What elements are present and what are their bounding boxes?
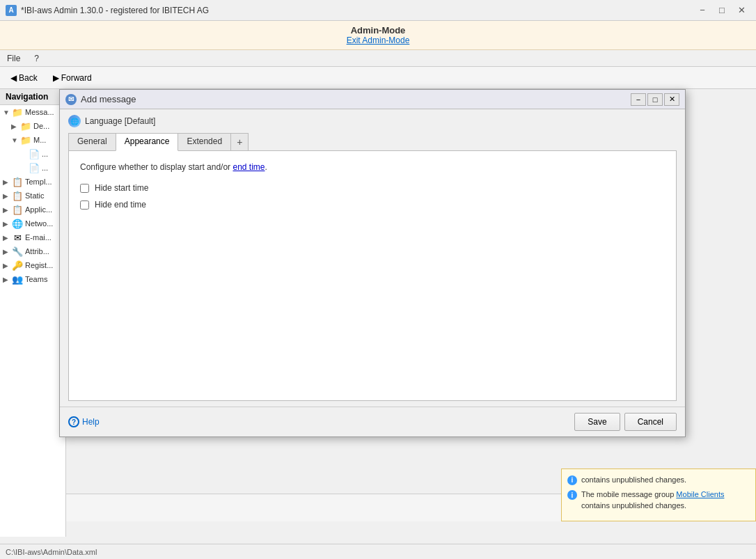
expand-icon: ▶: [3, 276, 10, 283]
notification-text-1: contains unpublished changes.: [581, 475, 686, 485]
language-icon: 🌐: [68, 115, 81, 127]
save-button[interactable]: Save: [574, 413, 620, 431]
dialog-close-button[interactable]: ✕: [664, 93, 679, 106]
forward-button[interactable]: ▶ Forward: [47, 70, 98, 86]
sidebar-item-label: De...: [33, 122, 49, 130]
tab-extended[interactable]: Extended: [178, 133, 231, 151]
mobile-clients-link[interactable]: Mobile Clients: [676, 490, 724, 498]
sidebar-item-label: Messa...: [25, 108, 54, 116]
sidebar-item-label: Templ...: [25, 178, 52, 186]
sidebar-item-registry[interactable]: ▶ 🔑 Regist...: [0, 258, 65, 272]
messages-icon: 📁: [12, 107, 23, 118]
close-window-button[interactable]: ✕: [732, 3, 750, 17]
window-title: *IBI-aws Admin 1.30.0 - registered for I…: [21, 6, 209, 15]
menu-file[interactable]: File: [4, 52, 23, 65]
item-icon: 📄: [29, 148, 40, 159]
help-label: Help: [82, 417, 100, 427]
dialog-body: 🌐 Language [Default] General Appearance …: [60, 109, 685, 407]
dialog-maximize-button[interactable]: □: [647, 93, 663, 106]
cancel-button[interactable]: Cancel: [624, 413, 677, 431]
network-icon: 🌐: [12, 218, 23, 229]
dialog-minimize-button[interactable]: −: [631, 93, 646, 106]
expand-icon: ▶: [3, 262, 10, 269]
language-row: 🌐 Language [Default]: [68, 115, 677, 127]
content-area: ✉ Add message − □ ✕ 🌐 Language [Default]: [66, 89, 756, 537]
help-icon: ?: [68, 416, 79, 427]
folder-icon: 📁: [20, 134, 31, 145]
notification-item-1: i contains unpublished changes.: [567, 475, 750, 485]
dialog-controls: − □ ✕: [631, 93, 679, 106]
minimize-button[interactable]: −: [693, 3, 711, 17]
sidebar-item-m[interactable]: ▼ 📁 M...: [0, 133, 65, 147]
help-link[interactable]: ? Help: [68, 416, 100, 427]
notification-icon: i: [567, 475, 577, 485]
tab-general[interactable]: General: [68, 133, 116, 151]
status-bar: C:\IBI-aws\Admin\Data.xml: [0, 544, 756, 559]
expand-icon: ▼: [11, 136, 18, 144]
back-button[interactable]: ◀ Back: [4, 70, 44, 86]
hide-start-time-checkbox[interactable]: [80, 184, 89, 193]
tab-add-button[interactable]: +: [230, 133, 249, 151]
sidebar-item-templates[interactable]: ▶ 📋 Templ...: [0, 175, 65, 189]
menu-help[interactable]: ?: [31, 52, 42, 65]
notification-icon: i: [567, 490, 577, 500]
sidebar-item-label: Teams: [25, 275, 47, 283]
expand-icon: ▶: [3, 178, 10, 186]
language-label: Language [Default]: [85, 116, 155, 126]
back-label: Back: [19, 73, 38, 83]
title-bar-controls: − □ ✕: [693, 3, 750, 17]
registry-icon: 🔑: [12, 260, 23, 271]
menu-bar: File ?: [0, 50, 756, 67]
sidebar-item-label: ...: [42, 164, 48, 172]
sidebar-item-sub2[interactable]: 📄 ...: [0, 161, 65, 175]
title-bar-left: A *IBI-aws Admin 1.30.0 - registered for…: [6, 5, 209, 16]
sidebar-item-de[interactable]: ▶ 📁 De...: [0, 119, 65, 133]
sidebar-item-applications[interactable]: ▶ 📋 Applic...: [0, 203, 65, 216]
teams-icon: 👥: [12, 274, 23, 285]
status-path: C:\IBI-aws\Admin\Data.xml: [6, 548, 97, 556]
tab-appearance[interactable]: Appearance: [116, 133, 179, 151]
sidebar-item-label: Attrib...: [25, 247, 49, 255]
sidebar-item-label: Regist...: [25, 261, 53, 269]
admin-mode-title: Admin-Mode: [0, 25, 756, 36]
static-icon: 📋: [12, 190, 23, 201]
expand-icon: ▶: [3, 234, 10, 242]
end-time-link[interactable]: end time: [233, 162, 265, 172]
tab-description: Configure whether to display start and/o…: [80, 162, 665, 172]
hide-end-time-label: Hide end time: [95, 200, 146, 210]
sidebar-item-network[interactable]: ▶ 🌐 Netwo...: [0, 216, 65, 230]
notification-text-2: The mobile message group Mobile Clients …: [581, 489, 750, 511]
email-icon: ✉: [12, 232, 23, 243]
expand-icon: ▶: [3, 206, 10, 214]
expand-icon: ▶: [11, 123, 18, 130]
sidebar-item-messages[interactable]: ▼ 📁 Messa...: [0, 105, 65, 119]
sidebar-item-attributes[interactable]: ▶ 🔧 Attrib...: [0, 244, 65, 258]
sidebar: Navigation ▼ 📁 Messa... ▶ 📁 De... ▼ 📁 M.…: [0, 89, 66, 537]
sidebar-item-label: Static: [25, 191, 45, 200]
footer-buttons: Save Cancel: [574, 413, 677, 431]
sidebar-item-label: Applic...: [25, 205, 52, 214]
sidebar-item-email[interactable]: ▶ ✉ E-mai...: [0, 230, 65, 244]
hide-end-time-row: Hide end time: [80, 200, 665, 210]
attributes-icon: 🔧: [12, 246, 23, 257]
exit-admin-mode-link[interactable]: Exit Admin-Mode: [0, 36, 756, 45]
expand-icon: ▼: [3, 109, 10, 116]
tab-appearance-content: Configure whether to display start and/o…: [68, 150, 677, 401]
expand-icon: ▶: [3, 192, 10, 200]
dialog-title: Add message: [81, 94, 136, 104]
hide-end-time-checkbox[interactable]: [80, 200, 89, 210]
item-icon: 📄: [29, 162, 40, 173]
applications-icon: 📋: [12, 204, 23, 215]
folder-icon: 📁: [20, 120, 31, 132]
sidebar-item-label: E-mai...: [25, 233, 52, 242]
sidebar-item-teams[interactable]: ▶ 👥 Teams: [0, 272, 65, 286]
admin-banner: Admin-Mode Exit Admin-Mode: [0, 21, 756, 50]
hide-start-time-row: Hide start time: [80, 183, 665, 193]
sidebar-item-sub1[interactable]: 📄 ...: [0, 147, 65, 161]
maximize-button[interactable]: □: [713, 3, 731, 17]
description-text-start: Configure whether to display start and/o…: [80, 162, 233, 172]
navigation-header: Navigation: [0, 89, 65, 105]
sidebar-item-static[interactable]: ▶ 📋 Static: [0, 189, 65, 203]
templates-icon: 📋: [12, 176, 23, 187]
main-layout: Navigation ▼ 📁 Messa... ▶ 📁 De... ▼ 📁 M.…: [0, 89, 756, 537]
